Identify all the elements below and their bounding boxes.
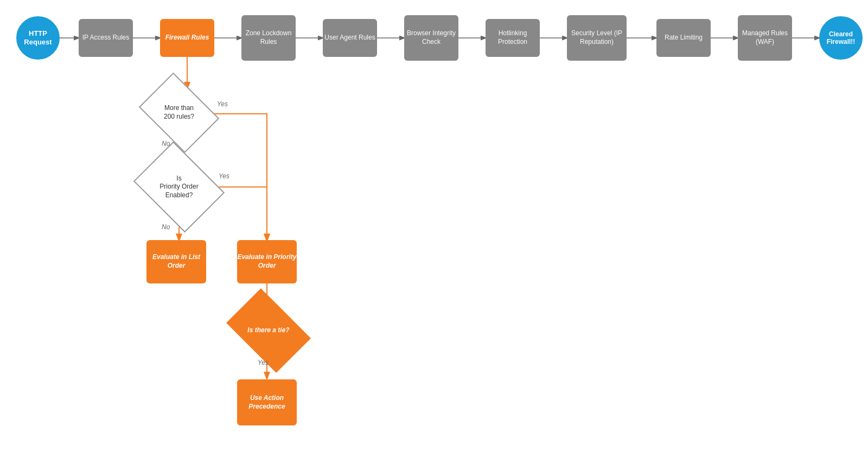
security-level-label: Security Level (IP Reputation) (567, 29, 627, 46)
ip-access-rules-node: IP Access Rules (79, 19, 133, 57)
no-label-2: No (162, 223, 170, 231)
diamond2-text: IsPriority OrderEnabled? (159, 175, 198, 200)
http-request-label: HTTP Request (24, 29, 52, 46)
firewall-rules-node: Firewall Rules (160, 19, 214, 57)
hotlinking-node: Hotlinking Protection (486, 19, 540, 57)
firewall-rules-label: Firewall Rules (165, 34, 209, 42)
browser-integrity-label: Browser Integrity Check (404, 29, 458, 46)
use-action-label: Use Action Precedence (237, 394, 297, 411)
rate-limiting-node: Rate Limiting (656, 19, 711, 57)
http-request-node: HTTP Request (16, 16, 60, 60)
user-agent-node: User Agent Rules (323, 19, 377, 57)
yes-label-1: Yes (217, 100, 228, 108)
cleared-label: Cleared Firewall!! (821, 30, 861, 46)
ip-access-label: IP Access Rules (82, 34, 129, 42)
diamond3-text: Is there a tie? (247, 326, 289, 335)
evaluate-priority-label: Evaluate in Priority Order (237, 253, 297, 270)
rate-limiting-label: Rate Limiting (665, 34, 703, 42)
use-action-precedence-node: Use Action Precedence (237, 379, 297, 425)
evaluate-list-label: Evaluate in List Order (146, 253, 206, 270)
flowchart-diagram: HTTP Request IP Access Rules Firewall Ru… (0, 0, 868, 465)
arrows-svg (0, 0, 868, 465)
evaluate-list-order-node: Evaluate in List Order (146, 240, 206, 283)
cleared-firewall-node: Cleared Firewall!! (819, 16, 863, 60)
no-label-1: No (162, 140, 170, 147)
yes-label-2: Yes (219, 172, 229, 180)
more-than-200-diamond: More than200 rules? (146, 88, 212, 137)
user-agent-label: User Agent Rules (324, 34, 375, 42)
zone-lockdown-label: Zone Lockdown Rules (241, 29, 296, 46)
managed-rules-label: Managed Rules (WAF) (738, 29, 792, 46)
security-level-node: Security Level (IP Reputation) (567, 15, 627, 61)
is-there-tie-diamond: Is there a tie? (233, 306, 304, 355)
zone-lockdown-node: Zone Lockdown Rules (241, 15, 296, 61)
priority-order-enabled-diamond: IsPriority OrderEnabled? (143, 159, 215, 215)
browser-integrity-node: Browser Integrity Check (404, 15, 458, 61)
managed-rules-node: Managed Rules (WAF) (738, 15, 792, 61)
evaluate-priority-order-node: Evaluate in Priority Order (237, 240, 297, 283)
diamond1-text: More than200 rules? (164, 104, 194, 121)
hotlinking-label: Hotlinking Protection (486, 29, 540, 46)
yes-label-3: Yes (258, 359, 269, 366)
